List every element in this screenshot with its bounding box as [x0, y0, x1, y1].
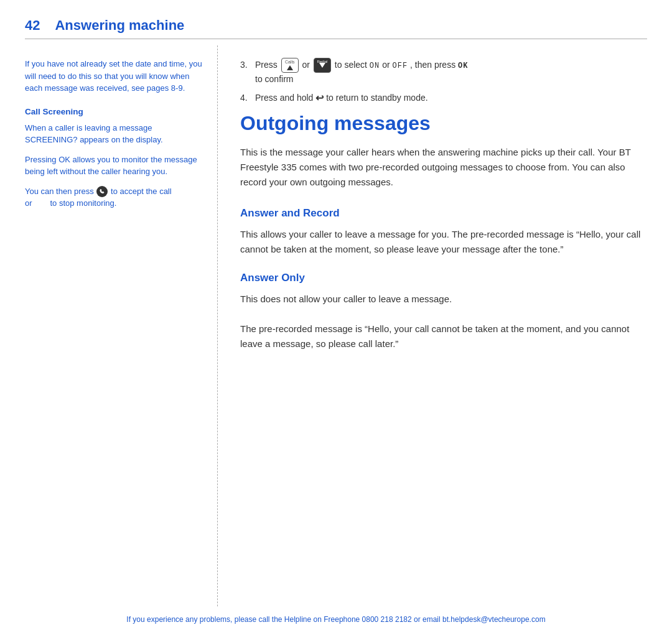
- outgoing-messages-title: Outgoing messages: [240, 112, 647, 135]
- on-text: ON: [370, 62, 380, 70]
- answer-only-body2: The pre-recorded message is “Hello, your…: [240, 322, 647, 351]
- page-title-header: Answering machine: [55, 17, 184, 34]
- answer-and-record-title: Answer and Record: [240, 207, 647, 220]
- page-wrapper: 42 Answering machine If you have not alr…: [0, 0, 672, 635]
- footer-text: If you experience any problems, please c…: [126, 615, 545, 624]
- left-para-3: You can then press to accept the call or…: [25, 185, 205, 210]
- step4-text-end: to return to standby mode.: [326, 93, 427, 103]
- para3-part2: to accept the call: [111, 187, 172, 196]
- outgoing-messages-intro: This is the message your caller hears wh…: [240, 145, 647, 190]
- step-4-text: Press and hold ↩ to return to standby mo…: [255, 91, 428, 106]
- arrow-up: [287, 65, 293, 70]
- para3-part1: You can then press: [25, 187, 94, 196]
- ok-text: OK: [458, 62, 468, 70]
- left-column: If you have not already set the date and…: [25, 45, 218, 606]
- step3-or: or: [302, 60, 310, 70]
- right-column: 3. Press or to select ON: [218, 45, 647, 606]
- off-text: OFF: [392, 62, 408, 70]
- accept-call-icon: [96, 186, 108, 197]
- content-area: If you have not already set the date and…: [0, 45, 672, 606]
- step-3-text: Press or to select ON or OFF: [255, 58, 468, 86]
- left-para-1: When a caller is leaving a message SCREE…: [25, 122, 205, 146]
- step3-text-end: to confirm: [255, 74, 293, 84]
- para3-part3: or: [25, 198, 32, 208]
- left-para-2: Pressing OK allows you to monitor the me…: [25, 154, 205, 178]
- step-3-num: 3.: [240, 58, 253, 72]
- page-number: 42: [25, 17, 40, 34]
- step3-text-pre: Press: [255, 60, 278, 70]
- step-3: 3. Press or to select ON: [240, 58, 647, 86]
- header-rule: [25, 39, 647, 39]
- arrow-down: [319, 63, 325, 68]
- step-4-num: 4.: [240, 91, 253, 104]
- call-screening-title: Call Screening: [25, 106, 205, 118]
- left-intro-text: If you have not already set the date and…: [25, 58, 205, 95]
- answer-only-title: Answer Only: [240, 272, 647, 284]
- calls-up-icon: [281, 58, 299, 73]
- step3-text-post: , then press: [410, 60, 455, 70]
- step-4: 4. Press and hold ↩ to return to standby…: [240, 91, 647, 106]
- step4-text: Press and hold: [255, 93, 313, 103]
- back-icon: ↩: [315, 91, 324, 106]
- step3-or2: or: [382, 60, 390, 70]
- step3-text-mid: to select: [335, 60, 367, 70]
- para3-part4: to stop monitoring.: [50, 198, 116, 208]
- steps-area: 3. Press or to select ON: [240, 58, 647, 106]
- page-footer: If you experience any problems, please c…: [0, 606, 672, 635]
- redial-down-icon: [314, 58, 331, 73]
- page-header: 42 Answering machine: [0, 0, 672, 34]
- answer-and-record-body: This allows your caller to leave a messa…: [240, 227, 647, 257]
- answer-only-body1: This does not allow your caller to leave…: [240, 292, 647, 307]
